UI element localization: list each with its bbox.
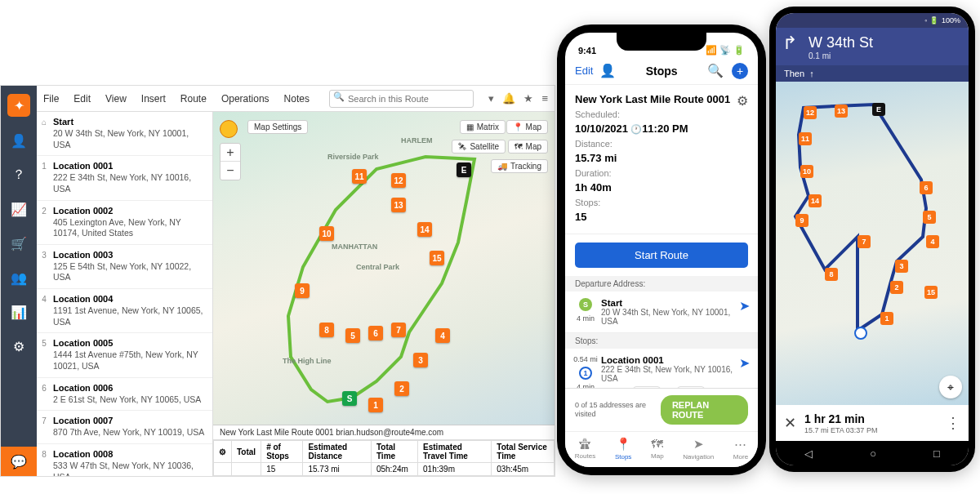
home-button[interactable]: ○ (870, 447, 876, 460)
sidebar-routes-icon[interactable]: 📈 (8, 198, 29, 220)
android-marker[interactable]: 8 (825, 268, 838, 281)
gear-icon[interactable]: ⚙ (214, 441, 232, 463)
menu-insert[interactable]: Insert (141, 93, 166, 105)
android-marker[interactable]: 13 (835, 105, 848, 118)
android-marker[interactable]: 1 (880, 312, 893, 325)
add-button[interactable]: + (732, 63, 748, 79)
recents-button[interactable]: □ (933, 447, 940, 460)
menu-file[interactable]: File (43, 93, 59, 105)
tab-navigation[interactable]: ➤Navigation (683, 437, 714, 461)
map-marker[interactable]: 1 (368, 398, 383, 412)
menu-view[interactable]: View (105, 93, 127, 105)
close-icon[interactable]: ✕ (784, 414, 796, 432)
mobile-stop-row[interactable]: S4 min Start20 W 34th St, New York, NY 1… (565, 292, 758, 333)
map-marker[interactable]: 8 (319, 323, 334, 337)
sidebar-help-icon[interactable]: ？ (8, 164, 29, 185)
map-marker[interactable]: 6 (368, 326, 383, 340)
star-icon[interactable]: ★ (523, 92, 533, 105)
android-marker[interactable]: 3 (895, 260, 908, 273)
sidebar-team-icon[interactable]: 👥 (8, 267, 29, 288)
android-marker[interactable]: 4 (926, 235, 939, 248)
stop-row[interactable]: 4Location 00041191 1st Avenue, New York,… (37, 289, 212, 333)
android-marker[interactable] (854, 327, 867, 340)
android-marker[interactable]: 6 (920, 181, 933, 194)
sidebar-analytics-icon[interactable]: 📊 (8, 301, 29, 323)
stop-row[interactable]: 2Location 0002405 Lexington Ave, New Yor… (37, 201, 212, 245)
route-distance: 15.73 mi (575, 152, 617, 164)
stop-row[interactable]: 3Location 0003125 E 54th St, New York, N… (37, 245, 212, 289)
map-marker[interactable]: 4 (435, 328, 450, 343)
sidebar-orders-icon[interactable]: 🛒 (8, 233, 29, 254)
android-marker[interactable]: 14 (808, 194, 822, 207)
iphone-mockup: 9:41 📶 📡 🔋 Edit 👤 Stops 🔍 + New York Las… (557, 24, 766, 475)
route-search (329, 90, 474, 108)
map-marker[interactable]: 15 (430, 251, 444, 265)
route-search-input[interactable] (329, 90, 474, 108)
map-marker[interactable]: 5 (345, 328, 360, 343)
desktop-main: FileEditViewInsertRouteOperationsNotes ▾… (37, 86, 555, 476)
map-pane[interactable]: + − Map Settings ▦ Matrix 📍 Map 🛰 Satell… (213, 112, 555, 476)
android-marker[interactable]: 12 (804, 106, 817, 119)
map-marker[interactable]: 9 (295, 283, 310, 298)
stop-row[interactable]: 6Location 00062 E 61st St, New York, NY … (37, 378, 212, 412)
stop-row[interactable]: 5Location 00051444 1st Avenue #75th, New… (37, 333, 212, 377)
android-marker[interactable]: 9 (795, 214, 808, 227)
android-marker[interactable]: 15 (924, 286, 938, 299)
stop-row[interactable]: ⌂Start20 W 34th St, New York, NY 10001, … (37, 112, 212, 156)
route-settings-icon[interactable]: ⚙ (737, 91, 748, 111)
stop-row[interactable]: 7Location 0007870 7th Ave, New York, NY … (37, 411, 212, 444)
android-marker[interactable]: E (872, 103, 885, 116)
start-route-button[interactable]: Start Route (575, 243, 748, 268)
list-icon[interactable]: ≡ (541, 92, 548, 105)
street-name: W 34th St (808, 34, 960, 51)
more-icon[interactable]: ⋮ (946, 414, 960, 432)
tab-stops[interactable]: 📍Stops (615, 437, 631, 461)
map-marker[interactable]: 13 (391, 198, 406, 212)
map-marker-start[interactable]: S (342, 391, 357, 406)
menu-route[interactable]: Route (180, 93, 207, 105)
back-button[interactable]: ◁ (804, 447, 813, 460)
map-marker[interactable]: 10 (319, 226, 334, 241)
stop-row[interactable]: 1Location 0001222 E 34th St, New York, N… (37, 156, 212, 200)
status-time: 9:41 (578, 46, 596, 56)
edit-button[interactable]: Edit (575, 65, 593, 77)
turn-arrow-icon: ↱ (782, 33, 797, 54)
map-marker[interactable]: 12 (391, 173, 406, 188)
sidebar-chat-icon[interactable]: 💬 (1, 447, 37, 476)
map-marker[interactable]: 11 (352, 169, 367, 184)
bell-icon[interactable]: 🔔 (502, 92, 515, 105)
android-map[interactable]: ⌖ 1213E11109876543211415 (776, 82, 969, 405)
map-marker[interactable]: 14 (417, 222, 432, 237)
dropdown-icon[interactable]: ▾ (488, 92, 494, 105)
stop-row[interactable]: 8Location 0008533 W 47th St, New York, N… (37, 444, 212, 476)
stops-list[interactable]: ⌂Start20 W 34th St, New York, NY 10001, … (37, 112, 213, 476)
search-icon[interactable]: 🔍 (707, 63, 724, 78)
navigate-icon[interactable]: ➤ (739, 298, 750, 326)
android-marker[interactable]: 10 (800, 165, 813, 178)
android-marker[interactable]: 11 (799, 132, 812, 145)
menu-edit[interactable]: Edit (74, 93, 91, 105)
eta-detail: 15.7 mi ETA 03:37 PM (804, 426, 877, 434)
android-marker[interactable]: 7 (858, 235, 871, 248)
tab-map[interactable]: 🗺Map (651, 437, 664, 461)
android-route-polyline (776, 82, 969, 405)
recenter-button[interactable]: ⌖ (939, 376, 962, 398)
map-marker[interactable]: 2 (394, 381, 409, 396)
person-icon[interactable]: 👤 (599, 63, 616, 78)
android-marker[interactable]: 2 (890, 281, 903, 294)
menu-operations[interactable]: Operations (221, 93, 270, 105)
map-marker-end[interactable]: E (457, 162, 471, 177)
tab-more[interactable]: ⋯More (733, 437, 748, 461)
iphone-footer: 0 of 15 addresses are visited REPLAN ROU… (565, 388, 758, 467)
route-duration: 1h 40m (575, 181, 612, 194)
screen-header: Edit 👤 Stops 🔍 + (565, 57, 758, 85)
android-marker[interactable]: 5 (923, 211, 936, 224)
replan-route-button[interactable]: REPLAN ROUTE (661, 395, 748, 425)
app-logo[interactable]: ✦ (7, 94, 30, 117)
map-marker[interactable]: 3 (413, 353, 428, 367)
menu-notes[interactable]: Notes (284, 93, 310, 105)
sidebar-add-user-icon[interactable]: 👤 (8, 130, 29, 151)
sidebar-settings-icon[interactable]: ⚙ (8, 336, 29, 357)
map-marker[interactable]: 7 (391, 323, 406, 337)
tab-routes[interactable]: 🛣Routes (575, 437, 595, 461)
